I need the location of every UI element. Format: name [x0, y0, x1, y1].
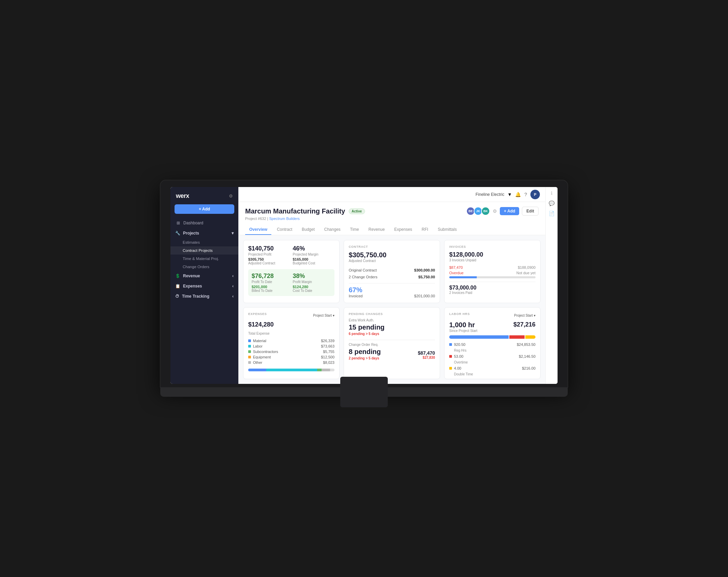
project-settings-icon[interactable]: ⚙ [493, 208, 497, 214]
company-name: Fineline Electric [476, 192, 505, 197]
tab-expenses[interactable]: Expenses [390, 225, 416, 235]
expense-stacked-bar [248, 369, 334, 371]
document-icon[interactable]: 📄 [549, 211, 554, 216]
invoice-breakdown-labels: Overdue Not due yet [449, 271, 535, 275]
overdue-val: $87,470 [449, 265, 463, 269]
bar-dt [525, 335, 535, 339]
sidebar-item-expenses[interactable]: 📋 Expenses ‹ [170, 281, 238, 291]
sidebar-item-revenue[interactable]: 💲 Revenue ‹ [170, 271, 238, 281]
labor-section-label: LABOR HRS [449, 312, 470, 316]
invoices-card: INVOICES $128,000.00 3 Invoices Unpaid $… [444, 240, 541, 303]
notdue-val: $188,0900 [518, 265, 535, 269]
project-edit-button[interactable]: Edit [522, 207, 539, 216]
contract-card: CONTRACT $305,750.00 Adjusted Contract O… [344, 240, 440, 303]
invoice-bar-notdue [477, 276, 535, 278]
sidebar-item-contract-projects[interactable]: Contract Projects [170, 246, 238, 255]
topbar-icons: 🔔 ? P [515, 190, 540, 199]
logo-area: werx ⚙ [170, 187, 238, 203]
chevron-icon: ‹ [232, 274, 234, 278]
sidebar-item-dashboard[interactable]: ⊞ Dashboard [170, 218, 238, 228]
main-content: Fineline Electric ▾ 🔔 ? P Marcum Manufac… [238, 187, 545, 384]
labor-hrs: 1,000 hr [449, 321, 477, 329]
settings-icon[interactable]: ⚙ [229, 193, 233, 199]
dashboard-icon: ⊞ [176, 221, 181, 225]
tab-overview[interactable]: Overview [245, 225, 271, 235]
project-title-row: Marcum Manufacturing Facility Active BE … [245, 207, 539, 216]
tab-time[interactable]: Time [346, 225, 363, 235]
metrics-bottom: $76,728 Profit To Date $201,000 Billed T… [248, 269, 334, 296]
bar-sub [317, 369, 322, 371]
chevron-icon: ‹ [232, 294, 234, 299]
expenses-filter-btn[interactable]: Project Start ▾ [313, 314, 334, 317]
bar-material [248, 369, 266, 371]
labor-filter-btn[interactable]: Project Start ▾ [514, 314, 535, 317]
extra-work-warning: 6 pending > 5 days [349, 332, 435, 336]
expenses-card: EXPENSES Project Start ▾ $124,280 Total … [243, 307, 340, 379]
tab-revenue[interactable]: Revenue [364, 225, 389, 235]
invoice-paid-sub: 2 Invoices Paid [449, 291, 535, 295]
chat-icon[interactable]: 💬 [549, 201, 554, 206]
labor-header: LABOR HRS Project Start ▾ [449, 312, 535, 318]
extra-work-label: Extra Work Auth. [349, 318, 435, 322]
company-chevron: ▾ [508, 191, 511, 198]
sidebar-item-time-tracking[interactable]: ⏱ Time Tracking ‹ [170, 291, 238, 301]
invoiced-row: Invoiced $201,000.00 [349, 294, 435, 298]
projected-margin: 46% Projected Margin $165,000 Budgeted C… [293, 245, 334, 265]
avatar-3: BK [481, 207, 490, 216]
metrics-top: $140,750 Projected Profit $305,750 Adjus… [248, 245, 334, 265]
labor-details: 920.50 $24,853.50 Reg Hrs 53.00 [449, 341, 535, 377]
labor-dt-label: Double Time [449, 371, 535, 377]
labor-totals-row: 1,000 hr Since Project Start $27,216 [449, 321, 535, 333]
change-order-count: 8 pending [349, 348, 381, 356]
user-avatar[interactable]: P [530, 190, 540, 199]
project-name: Marcum Manufacturing Facility [245, 207, 345, 215]
labor-hrs-sub: Since Project Start [449, 329, 477, 333]
invoice-bar-overdue [449, 276, 477, 278]
tab-budget[interactable]: Budget [298, 225, 319, 235]
project-add-button[interactable]: + Add [500, 207, 519, 215]
add-button[interactable]: + Add [175, 204, 234, 214]
labor-amount: $27,216 [513, 321, 535, 328]
labor-card: LABOR HRS Project Start ▾ 1,000 hr Since… [444, 307, 541, 379]
status-badge: Active [349, 208, 365, 214]
contract-change-row: 2 Change Orders $5,750.00 [349, 274, 435, 280]
tab-changes[interactable]: Changes [320, 225, 345, 235]
sidebar-item-projects[interactable]: 🔧 Projects ▾ [170, 228, 238, 238]
client-link[interactable]: Spectrum Builders [269, 217, 300, 221]
sidebar: werx ⚙ + Add ⊞ Dashboard 🔧 Projects ▾ [170, 187, 238, 384]
notdue-label: Not due yet [516, 271, 535, 275]
labor-reg-row: 920.50 $24,853.50 [449, 341, 535, 348]
info-icon[interactable]: ℹ [551, 190, 552, 196]
labor-reg-label: Reg Hrs [449, 348, 535, 353]
bar-other [330, 369, 334, 371]
pending-section-label: PENDING CHANGES [349, 312, 435, 316]
keyboard-base [160, 387, 568, 397]
sidebar-item-time-material[interactable]: Time & Material Proj. [170, 255, 238, 263]
sidebar-item-estimates[interactable]: Estimates [170, 238, 238, 246]
chevron-icon: ▾ [232, 231, 234, 236]
project-title: Marcum Manufacturing Facility Active [245, 207, 365, 215]
sidebar-item-change-orders[interactable]: Change Orders [170, 263, 238, 271]
trackpad [340, 377, 388, 407]
time-icon: ⏱ [175, 294, 179, 299]
labor-dt-row: 4.00 $216.00 [449, 365, 535, 371]
sidebar-item-label: Dashboard [183, 221, 203, 225]
expense-other: Other $8,023 [248, 360, 334, 365]
notification-icon[interactable]: 🔔 [515, 192, 521, 197]
overview-content: $140,750 Projected Profit $305,750 Adjus… [238, 235, 545, 384]
extra-work-count: 15 pending [349, 323, 435, 331]
tab-submittals[interactable]: Submittals [434, 225, 461, 235]
help-icon[interactable]: ? [524, 192, 527, 197]
contract-original-row: Original Contract $300,000.00 [349, 267, 435, 274]
labor-bar [449, 335, 535, 339]
tab-rfi[interactable]: RFI [418, 225, 432, 235]
invoiced-pct: 67% [349, 286, 435, 294]
invoices-section-label: INVOICES [449, 245, 535, 248]
pending-changes-card: PENDING CHANGES Extra Work Auth. 15 pend… [344, 307, 440, 379]
expense-lines: Material $26,339 Labor $73,663 Subcontra… [248, 338, 334, 365]
extra-work-section: Extra Work Auth. 15 pending 6 pending > … [349, 318, 435, 336]
expense-equipment: Equipment $12,500 [248, 354, 334, 360]
avatar-group: BE JK BK [466, 207, 490, 216]
tab-contract[interactable]: Contract [273, 225, 296, 235]
expense-subcontractors: Subcontractors $5,755 [248, 349, 334, 354]
